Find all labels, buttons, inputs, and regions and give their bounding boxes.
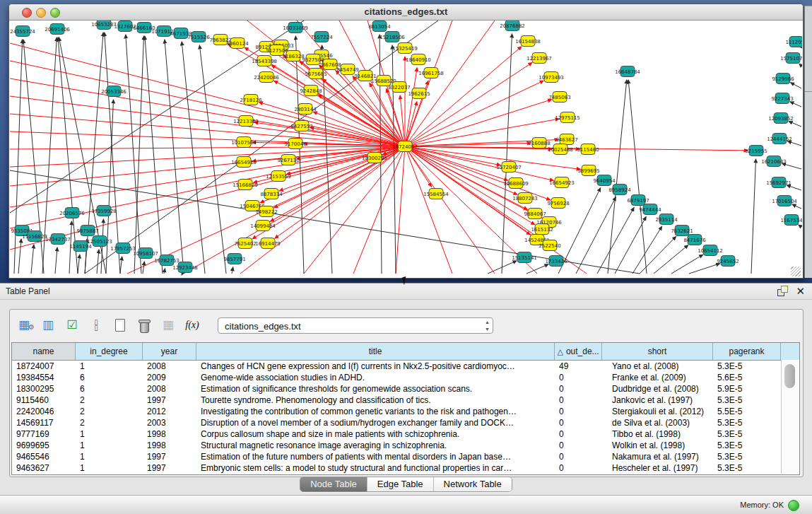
network-node[interactable]: 10688609 [503, 178, 529, 189]
table-cell[interactable]: 0 [555, 462, 602, 474]
table-row[interactable]: 946362711997Embryonic stem cells: a mode… [12, 462, 799, 474]
table-cell[interactable]: 1 [76, 451, 143, 462]
network-node[interactable]: 16654923 [549, 177, 575, 188]
edge[interactable] [787, 141, 801, 146]
network-node[interactable]: 10973493 [539, 72, 564, 83]
table-row[interactable]: 977716911998Corpus callosum shape and si… [12, 428, 799, 440]
edge[interactable] [502, 34, 512, 274]
table-cell[interactable]: Corpus callosum shape and size in male p… [196, 428, 555, 440]
network-node[interactable]: 2803144 [294, 104, 317, 115]
table-cell[interactable]: 1 [76, 428, 143, 440]
table-header-row[interactable]: namein_degreeyeartitle△out_de...shortpag… [12, 343, 799, 361]
column-header-name[interactable]: name [12, 343, 76, 360]
network-node[interactable]: 16033809 [283, 23, 308, 33]
table-cell[interactable]: Stergiakouli et al. (2012) [602, 406, 713, 417]
edge[interactable] [14, 40, 23, 274]
table-row[interactable]: 1938455462009Genome-wide association stu… [12, 372, 799, 383]
edge[interactable] [259, 102, 405, 146]
table-cell[interactable]: Investigating the contribution of common… [196, 406, 555, 417]
row-height-icon[interactable]: ▯▯ [88, 317, 105, 334]
network-node[interactable]: 1962615 [408, 88, 430, 99]
network-node[interactable]: 2935114 [655, 214, 678, 225]
edge[interactable] [232, 267, 233, 274]
network-node[interactable]: 16648784 [615, 66, 640, 77]
network-node[interactable]: 7485063 [548, 92, 570, 103]
column-header-title[interactable]: title [196, 343, 555, 360]
network-node[interactable]: 2160888 [528, 138, 550, 148]
citation-network-graph[interactable]: 2435572420691406106532871327602646616010… [10, 21, 802, 277]
table-cell[interactable]: 1 [76, 462, 143, 474]
network-node[interactable]: 12444152 [767, 134, 792, 144]
edge[interactable] [145, 36, 163, 274]
table-cell[interactable]: 0 [555, 372, 602, 383]
table-row[interactable]: 1830029562008Estimation of significance … [12, 383, 799, 395]
edge[interactable] [405, 100, 552, 146]
scrollbar-thumb[interactable] [784, 364, 795, 388]
table-cell[interactable]: 22420046 [12, 406, 76, 417]
edge[interactable] [18, 239, 21, 274]
table-cell[interactable]: 9465546 [12, 451, 76, 462]
table-cell[interactable]: 1 [76, 361, 143, 372]
network-node[interactable]: 9899695 [577, 165, 599, 176]
network-node[interactable]: 9129966 [772, 74, 794, 84]
network-node[interactable]: 10654112 [698, 245, 723, 256]
network-view-window[interactable]: citations_edges.txt 24355724206914061065… [8, 4, 804, 279]
network-node[interactable]: 9857791 [223, 254, 245, 264]
edge[interactable] [791, 83, 801, 88]
edge[interactable] [97, 250, 99, 274]
network-node[interactable]: 24355724 [10, 26, 35, 37]
table-cell[interactable]: 6 [76, 372, 143, 383]
network-node[interactable]: 20206576 [59, 208, 85, 218]
network-node[interactable]: 12213967 [526, 53, 552, 64]
table-cell[interactable]: 2012 [143, 406, 196, 417]
select-all-columns-icon[interactable]: ☑ [64, 317, 81, 334]
network-node[interactable]: 10958107 [133, 248, 158, 259]
network-node[interactable]: 9245652 [717, 256, 739, 267]
network-node[interactable]: 18543398 [252, 56, 277, 66]
table-cell[interactable]: 9777169 [12, 428, 76, 440]
edge[interactable] [165, 40, 184, 274]
network-node[interactable]: 2718126 [240, 95, 262, 105]
network-window-titlebar[interactable]: citations_edges.txt [9, 4, 803, 21]
network-node[interactable]: 15325419 [392, 43, 418, 54]
edge[interactable] [405, 146, 452, 274]
tab-network-table[interactable]: Network Table [434, 477, 512, 491]
table-cell[interactable]: 0 [555, 428, 602, 440]
show-columns-icon[interactable]: ▥ [40, 317, 57, 334]
function-builder-icon[interactable]: f(x) [184, 317, 201, 334]
column-header-out_de[interactable]: △out_de... [555, 343, 602, 360]
edge[interactable] [274, 81, 405, 146]
edge[interactable] [526, 264, 548, 274]
table-cell[interactable]: Structural magnetic resonance image aver… [196, 440, 555, 451]
edge[interactable] [182, 274, 182, 275]
table-cell[interactable]: 14569117 [12, 417, 76, 428]
edge[interactable] [597, 207, 634, 274]
table-cell[interactable]: 18724007 [12, 361, 76, 372]
network-node[interactable]: 15720407 [496, 162, 522, 173]
table-cell[interactable]: 5.3E-5 [713, 451, 781, 462]
table-cell[interactable]: 49 [555, 361, 602, 372]
column-header-in_degree[interactable]: in_degree [76, 343, 143, 360]
table-cell[interactable]: 6 [76, 383, 143, 395]
edge[interactable] [799, 225, 801, 227]
column-header-year[interactable]: year [143, 343, 196, 360]
edge[interactable] [10, 114, 405, 146]
edge[interactable] [10, 146, 405, 167]
edge[interactable] [790, 102, 801, 107]
network-node[interactable]: 16210643 [761, 156, 787, 167]
network-node[interactable]: 1112954 [785, 37, 802, 47]
edge[interactable] [576, 197, 616, 274]
edge[interactable] [789, 122, 801, 127]
vertical-scrollbar[interactable] [781, 360, 799, 474]
network-node[interactable]: 9267130 [277, 155, 299, 165]
table-cell[interactable]: Nakamura et al. (1997) [602, 451, 713, 462]
edge[interactable] [689, 264, 720, 274]
table-cell[interactable]: Yano et al. (2008) [602, 361, 713, 372]
window-resize-grip[interactable] [791, 267, 801, 276]
table-cell[interactable]: 1998 [143, 440, 196, 451]
table-cell[interactable]: Jankovic et al. (1997) [602, 395, 713, 406]
table-cell[interactable]: 0 [555, 406, 602, 417]
float-panel-icon[interactable] [777, 286, 788, 296]
edge[interactable] [801, 47, 802, 48]
network-node[interactable]: 9975887 [76, 226, 98, 236]
